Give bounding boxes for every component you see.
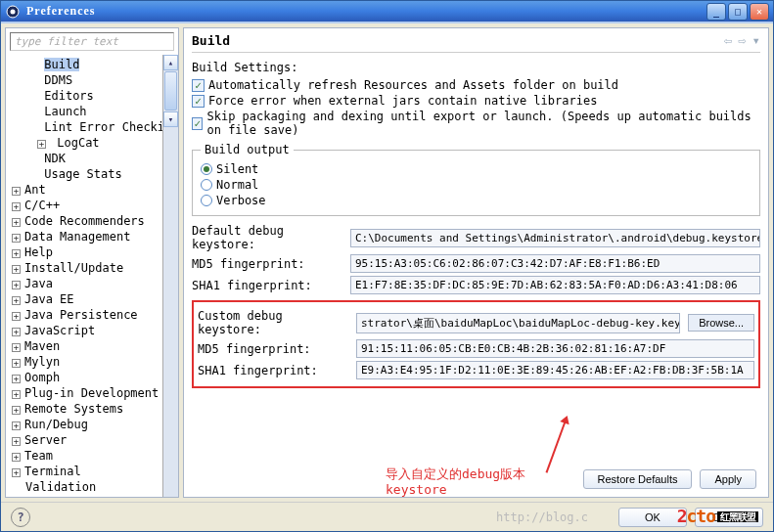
- scroll-thumb[interactable]: [164, 71, 177, 111]
- tree-item-lint-error-checkin[interactable]: Lint Error Checkin: [6, 119, 162, 135]
- tree-item-build[interactable]: Build: [6, 57, 162, 72]
- md5-label: MD5 fingerprint:: [192, 257, 346, 271]
- footer: ? OK Cancel: [1, 502, 773, 531]
- custom-md5-label: MD5 fingerprint:: [198, 342, 352, 356]
- preferences-window: Preferences _ □ ✕ type filter text Build…: [0, 0, 774, 532]
- tree-item-java-ee[interactable]: +Java EE: [6, 291, 162, 307]
- sha1-field: E1:F7:8E:35:DF:DC:85:9E:7D:AB:62:83:5A:F…: [350, 276, 760, 294]
- close-button[interactable]: ✕: [750, 3, 769, 21]
- tree-item-team[interactable]: +Team: [6, 448, 162, 464]
- forward-icon[interactable]: ⇨: [738, 32, 746, 48]
- checkbox-force-error[interactable]: ✓: [192, 95, 205, 108]
- expander-icon[interactable]: +: [12, 375, 21, 383]
- tree-item-maven[interactable]: +Maven: [6, 338, 162, 354]
- tree-item-launch[interactable]: Launch: [6, 104, 162, 119]
- main-panel: Build ⇦ ⇨ ▾ Build Settings: ✓Automatical…: [183, 27, 769, 498]
- watermark-logo: 2cto红黑联盟: [677, 506, 758, 526]
- expander-icon[interactable]: +: [12, 359, 21, 368]
- tree-item-run-debug[interactable]: +Run/Debug: [6, 417, 162, 432]
- expander-icon[interactable]: +: [12, 234, 21, 243]
- scrollbar-vertical[interactable]: ▴ ▾: [162, 55, 178, 497]
- tree-item-ddms[interactable]: DDMS: [6, 72, 162, 88]
- tree-item-usage-stats[interactable]: Usage Stats: [6, 166, 162, 182]
- tree-item-plug-in-development[interactable]: +Plug-in Development: [6, 385, 162, 401]
- checkbox-skip-packaging-label: Skip packaging and dexing until export o…: [206, 110, 760, 137]
- custom-keystore-label: Custom debug keystore:: [198, 309, 352, 336]
- back-icon[interactable]: ⇦: [724, 32, 732, 48]
- annotation-text: 导入自定义的debug版本keystore: [386, 466, 525, 498]
- restore-defaults-button[interactable]: Restore Defaults: [583, 469, 693, 489]
- annotation-arrow: [546, 418, 568, 473]
- tree[interactable]: Build DDMS Editors Launch Lint Error Che…: [6, 55, 162, 497]
- expander-icon[interactable]: +: [12, 468, 21, 477]
- tree-item-java-persistence[interactable]: +Java Persistence: [6, 307, 162, 323]
- help-icon[interactable]: ?: [11, 508, 30, 527]
- expander-icon[interactable]: +: [12, 453, 21, 462]
- page-title: Build: [192, 33, 724, 48]
- watermark-url: http://blog.c: [496, 510, 588, 524]
- expander-icon[interactable]: +: [12, 296, 21, 305]
- browse-button[interactable]: Browse...: [688, 314, 754, 332]
- expander-icon[interactable]: +: [12, 218, 21, 227]
- tree-item-javascript[interactable]: +JavaScript: [6, 323, 162, 338]
- tree-item-oomph[interactable]: +Oomph: [6, 370, 162, 385]
- custom-sha1-field: E9:A3:E4:95:1F:D2:11:0E:3E:89:45:26:AB:E…: [356, 361, 754, 379]
- radio-normal[interactable]: [201, 179, 212, 191]
- tree-item-ant[interactable]: +Ant: [6, 182, 162, 198]
- dropdown-icon[interactable]: ▾: [752, 32, 760, 48]
- radio-silent[interactable]: [201, 163, 212, 175]
- default-keystore-label: Default debug keystore:: [192, 224, 346, 251]
- tree-item-mylyn[interactable]: +Mylyn: [6, 354, 162, 370]
- expander-icon[interactable]: +: [12, 249, 21, 258]
- tree-item-java[interactable]: +Java: [6, 276, 162, 291]
- window-title: Preferences: [26, 4, 706, 19]
- tree-item-remote-systems[interactable]: +Remote Systems: [6, 401, 162, 417]
- titlebar: Preferences _ □ ✕: [1, 1, 773, 22]
- apply-button[interactable]: Apply: [700, 469, 756, 489]
- expander-icon[interactable]: +: [12, 343, 21, 352]
- checkbox-skip-packaging[interactable]: ✓: [192, 117, 203, 130]
- expander-icon[interactable]: +: [12, 265, 21, 274]
- tree-item-install-update[interactable]: +Install/Update: [6, 260, 162, 276]
- radio-normal-label: Normal: [216, 178, 258, 192]
- checkbox-auto-refresh-label: Automatically refresh Resources and Asse…: [208, 78, 618, 92]
- expander-icon[interactable]: +: [12, 328, 21, 336]
- custom-sha1-label: SHA1 fingerprint:: [198, 364, 352, 377]
- tree-item-code-recommenders[interactable]: +Code Recommenders: [6, 213, 162, 229]
- checkbox-force-error-label: Force error when external jars contain n…: [208, 94, 597, 108]
- expander-icon[interactable]: +: [12, 437, 21, 446]
- expander-icon[interactable]: +: [12, 281, 21, 289]
- expander-icon[interactable]: +: [12, 202, 21, 211]
- tree-item-server[interactable]: +Server: [6, 432, 162, 448]
- expander-icon[interactable]: +: [12, 312, 21, 321]
- tree-item-validation[interactable]: Validation: [6, 479, 162, 495]
- scroll-down-button[interactable]: ▾: [163, 111, 178, 127]
- radio-verbose-label: Verbose: [216, 194, 266, 207]
- expander-icon[interactable]: +: [12, 187, 21, 196]
- scroll-up-button[interactable]: ▴: [163, 55, 178, 70]
- minimize-button[interactable]: _: [706, 3, 726, 21]
- sidebar: type filter text Build DDMS Editors Laun…: [5, 27, 179, 498]
- tree-item-ndk[interactable]: NDK: [6, 151, 162, 166]
- app-icon: [5, 4, 21, 20]
- tree-item-logcat[interactable]: + LogCat: [6, 135, 162, 151]
- expander-icon[interactable]: +: [12, 421, 21, 430]
- checkbox-auto-refresh[interactable]: ✓: [192, 79, 205, 92]
- tree-item-data-management[interactable]: +Data Management: [6, 229, 162, 244]
- expander-icon[interactable]: +: [37, 140, 46, 149]
- maximize-button[interactable]: □: [728, 3, 748, 21]
- filter-input[interactable]: type filter text: [10, 32, 174, 51]
- tree-item-editors[interactable]: Editors: [6, 88, 162, 104]
- radio-silent-label: Silent: [216, 162, 258, 176]
- window-buttons: _ □ ✕: [706, 3, 769, 21]
- sha1-label: SHA1 fingerprint:: [192, 279, 346, 292]
- build-output-legend: Build output: [201, 143, 294, 156]
- expander-icon[interactable]: +: [12, 390, 21, 399]
- radio-verbose[interactable]: [201, 195, 212, 206]
- tree-item-c-c-[interactable]: +C/C++: [6, 198, 162, 213]
- build-output-group: Build output Silent Normal Verbose: [192, 143, 760, 216]
- tree-item-terminal[interactable]: +Terminal: [6, 464, 162, 479]
- tree-item-help[interactable]: +Help: [6, 244, 162, 260]
- expander-icon[interactable]: +: [12, 406, 21, 415]
- custom-keystore-field[interactable]: strator\桌面\baiduMapLoc\baiduMapLoc-debug…: [356, 313, 680, 333]
